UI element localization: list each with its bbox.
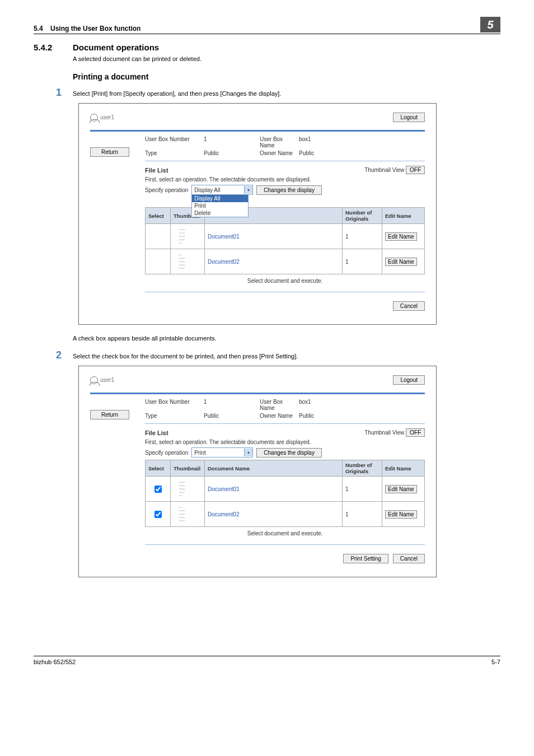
userbox-number-label: User Box Number (145, 399, 204, 411)
table-row: •◦•════════════ Document02 1 Edit Name (146, 502, 425, 527)
cancel-button[interactable]: Cancel (393, 301, 425, 311)
type-label: Type (145, 413, 204, 419)
thumbnail-view-label: Thumbnail View (364, 430, 404, 436)
file-list-heading: File List (145, 430, 168, 436)
edit-name-button[interactable]: Edit Name (385, 510, 417, 519)
section-number: 5.4.2 (34, 43, 73, 52)
header-section-num: 5.4 (34, 25, 43, 32)
col-edit-name: Edit Name (382, 460, 425, 477)
option-print[interactable]: Print (192, 202, 248, 209)
divider-bar (90, 130, 425, 132)
edit-name-button[interactable]: Edit Name (385, 258, 417, 266)
col-num-originals: Number of Originals (343, 208, 382, 224)
col-select: Select (146, 460, 171, 477)
doc-link[interactable]: Document01 (205, 477, 343, 502)
file-list-table: Select Thumbnail Document Name Number of… (145, 460, 425, 527)
num-originals: 1 (343, 502, 382, 527)
thumbnail-icon: •◦•════════════ (174, 251, 190, 272)
print-setting-button[interactable]: Print Setting (343, 554, 388, 563)
type-label: Type (145, 150, 204, 156)
specify-operation-select[interactable]: Print ▾ (191, 447, 253, 458)
userbox-name-value: box1 (299, 399, 311, 411)
page-footer: bizhub 652/552 5-7 (34, 656, 500, 665)
userbox-name-label: User Box Name (260, 136, 299, 148)
table-row: ════════════•◦• Document01 1 Edit Name (146, 224, 425, 249)
select-checkbox[interactable] (154, 511, 162, 518)
file-list-table: Select Thumbnail Number of Originals Edi… (145, 207, 425, 274)
table-row: ════════════•◦• Document01 1 Edit Name (146, 477, 425, 502)
user-label: user1 (90, 114, 114, 122)
owner-label: Owner Name (260, 150, 299, 156)
step-2-number: 2 (56, 349, 73, 361)
return-button[interactable]: Return (90, 410, 129, 419)
screenshot-2: user1 Logout Return User Box Number 1 Us… (78, 366, 437, 577)
userbox-number-value: 1 (204, 399, 260, 411)
after-step1-text: A check box appears beside all printable… (73, 335, 500, 342)
logout-button[interactable]: Logout (393, 113, 425, 122)
doc-link[interactable]: Document02 (205, 502, 343, 527)
changes-display-button[interactable]: Changes the display (256, 448, 322, 458)
file-list-heading: File List (145, 167, 168, 174)
user-icon (90, 114, 98, 122)
owner-value: Public (299, 150, 314, 156)
current-user: user1 (100, 377, 114, 383)
specify-operation-label: Specify operation (145, 450, 188, 456)
userbox-name-value: box1 (299, 136, 311, 148)
option-delete[interactable]: Delete (192, 209, 248, 217)
type-value: Public (204, 150, 260, 156)
col-docname: Document Name (205, 460, 343, 477)
userbox-number-label: User Box Number (145, 136, 204, 148)
screenshot-1: user1 Logout Return User Box Number 1 Us… (78, 103, 437, 325)
step-2-text: Select the check box for the document to… (73, 353, 298, 360)
edit-name-button[interactable]: Edit Name (385, 485, 417, 493)
num-originals: 1 (343, 224, 382, 249)
num-originals: 1 (343, 477, 382, 502)
col-select: Select (146, 208, 171, 224)
select-dropdown: Display All Print Delete (191, 194, 249, 217)
user-label: user1 (90, 376, 114, 384)
page-header: 5.4 Using the User Box function 5 (34, 17, 500, 34)
owner-label: Owner Name (260, 413, 299, 419)
user-icon (90, 376, 98, 384)
footer-model: bizhub 652/552 (34, 659, 76, 665)
thumbnail-icon: ════════════•◦• (174, 478, 190, 500)
helper-text: First, select an operation. The selectab… (145, 176, 425, 183)
doc-link[interactable]: Document01 (205, 224, 343, 249)
chevron-down-icon: ▾ (244, 449, 252, 456)
footer-page: 5-7 (491, 659, 500, 665)
logout-button[interactable]: Logout (393, 375, 425, 385)
col-num-originals: Number of Originals (343, 460, 382, 477)
thumbnail-view-label: Thumbnail View (364, 167, 404, 173)
col-thumbnail: Thumbnail (171, 460, 205, 477)
header-section-title: Using the User Box function (50, 25, 140, 32)
section-title: Document operations (73, 43, 159, 52)
step-1-text: Select [Print] from [Specify operation],… (73, 90, 281, 97)
step-1-number: 1 (56, 87, 73, 99)
userbox-name-label: User Box Name (260, 399, 299, 411)
current-user: user1 (100, 114, 114, 120)
chevron-down-icon: ▾ (244, 186, 252, 194)
thumbnail-icon: •◦•════════════ (174, 503, 190, 525)
select-execute-text: Select document and execute. (145, 530, 425, 536)
type-value: Public (204, 413, 260, 419)
table-row: •◦•════════════ Document02 1 Edit Name (146, 249, 425, 274)
select-execute-text: Select document and execute. (145, 278, 425, 284)
thumbnail-toggle[interactable]: OFF (406, 428, 425, 437)
col-edit-name: Edit Name (382, 208, 425, 224)
return-button[interactable]: Return (90, 147, 129, 157)
select-checkbox[interactable] (154, 486, 162, 493)
thumbnail-toggle[interactable]: OFF (406, 166, 425, 174)
doc-link[interactable]: Document02 (205, 249, 343, 274)
subsection-title: Printing a document (73, 72, 500, 81)
userbox-number-value: 1 (204, 136, 260, 148)
select-current-value: Print (194, 450, 206, 456)
option-display-all[interactable]: Display All (192, 195, 248, 202)
specify-operation-label: Specify operation (145, 187, 188, 193)
edit-name-button[interactable]: Edit Name (385, 232, 417, 241)
specify-operation-select[interactable]: Display All ▾ Display All Print Delete (191, 185, 253, 195)
select-current-value: Display All (194, 187, 220, 193)
section-intro: A selected document can be printed or de… (73, 55, 500, 62)
thumbnail-icon: ════════════•◦• (174, 226, 190, 247)
cancel-button[interactable]: Cancel (393, 554, 425, 563)
changes-display-button[interactable]: Changes the display (256, 185, 322, 195)
